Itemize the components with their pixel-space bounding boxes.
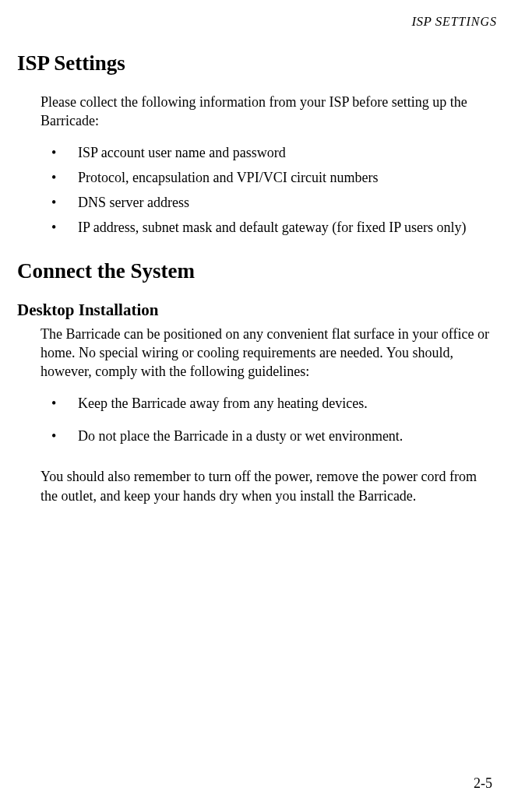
list-item: Keep the Barricade away from any heating… — [41, 394, 494, 413]
running-header-prefix: ISP S — [411, 14, 442, 29]
section2-outro: You should also remember to turn off the… — [41, 467, 494, 505]
section-title-isp-settings: ISP Settings — [17, 51, 494, 76]
section1-body: Please collect the following information… — [41, 93, 494, 237]
section1-intro: Please collect the following information… — [41, 93, 494, 131]
list-item: Do not place the Barricade in a dusty or… — [41, 427, 494, 445]
page: ISP SETTINGS ISP Settings Please collect… — [0, 0, 511, 812]
section1-bullets: ISP account user name and password Proto… — [41, 143, 494, 237]
list-item: DNS server address — [41, 193, 494, 212]
section2-bullets: Keep the Barricade away from any heating… — [41, 394, 494, 446]
running-header: ISP SETTINGS — [17, 14, 497, 30]
list-item: Protocol, encapsulation and VPI/VCI circ… — [41, 168, 494, 187]
section-title-connect-system: Connect the System — [17, 259, 494, 283]
list-item: IP address, subnet mask and default gate… — [41, 218, 494, 237]
running-header-tail: ETTINGS — [442, 15, 497, 28]
list-item: ISP account user name and password — [41, 143, 494, 162]
page-number: 2-5 — [474, 775, 492, 792]
section2-body: The Barricade can be positioned on any c… — [41, 325, 494, 505]
section2-intro: The Barricade can be positioned on any c… — [41, 325, 494, 381]
subsection-title-desktop-installation: Desktop Installation — [17, 301, 494, 320]
